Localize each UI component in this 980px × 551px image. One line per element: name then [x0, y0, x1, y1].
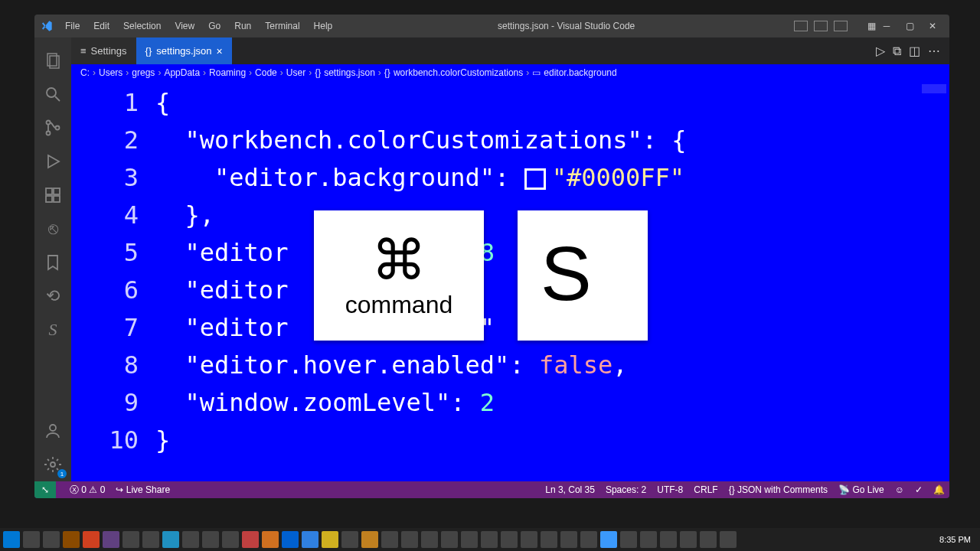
taskbar-app[interactable]: [361, 531, 378, 548]
close-tab-icon[interactable]: ×: [217, 45, 223, 57]
s-icon[interactable]: S: [34, 313, 71, 347]
cursor-position[interactable]: Ln 3, Col 35: [545, 484, 595, 495]
customize-layout-icon[interactable]: ▦: [867, 21, 876, 31]
taskbar-app[interactable]: [580, 531, 597, 548]
maximize-button[interactable]: ▢: [899, 17, 920, 35]
crumb[interactable]: Users: [99, 67, 122, 78]
source-control-icon[interactable]: [34, 111, 71, 145]
taskbar-app[interactable]: [63, 531, 80, 548]
split-editor-icon[interactable]: ◫: [909, 44, 920, 58]
taskbar-app[interactable]: [441, 531, 458, 548]
crumb[interactable]: workbench.colorCustomizations: [394, 67, 523, 78]
taskbar-app[interactable]: [700, 531, 717, 548]
tab-settings-json[interactable]: {} settings.json ×: [136, 37, 232, 64]
crumb[interactable]: C:: [80, 67, 90, 78]
problems-indicator[interactable]: ⓧ 0 ⚠ 0: [70, 484, 105, 497]
layout-controls: [794, 21, 848, 31]
run-debug-icon[interactable]: [34, 145, 71, 178]
sync-icon[interactable]: ⟲: [34, 279, 71, 313]
taskbar-app[interactable]: [521, 531, 537, 548]
taskbar-app[interactable]: [560, 531, 577, 548]
extensions-icon[interactable]: [34, 178, 71, 212]
taskbar-app[interactable]: [640, 531, 657, 548]
windows-taskbar: 8:35 PM: [0, 528, 980, 551]
taskbar-app[interactable]: [202, 531, 219, 548]
taskbar-app[interactable]: [322, 531, 338, 548]
prettier-icon[interactable]: ✓: [915, 484, 923, 495]
crumb[interactable]: AppData: [164, 67, 200, 78]
eol[interactable]: CRLF: [694, 484, 717, 495]
menu-selection[interactable]: Selection: [117, 18, 167, 34]
taskbar-app[interactable]: [501, 531, 518, 548]
close-button[interactable]: ✕: [922, 17, 943, 35]
crumb[interactable]: Roaming: [209, 67, 246, 78]
explorer-icon[interactable]: [34, 44, 71, 77]
taskbar-app[interactable]: [421, 531, 438, 548]
encoding[interactable]: UTF-8: [657, 484, 683, 495]
crumb[interactable]: gregs: [132, 67, 155, 78]
menu-help[interactable]: Help: [308, 18, 339, 34]
taskbar-app[interactable]: [461, 531, 478, 548]
taskbar-app[interactable]: [620, 531, 637, 548]
menu-run[interactable]: Run: [228, 18, 257, 34]
taskbar-vscode[interactable]: [600, 531, 617, 548]
taskbar-app[interactable]: [302, 531, 318, 548]
bookmark-icon[interactable]: [34, 246, 71, 279]
breadcrumb[interactable]: C:› Users› gregs› AppData› Roaming› Code…: [71, 64, 949, 81]
start-button[interactable]: [3, 531, 20, 548]
taskbar-app[interactable]: [381, 531, 398, 548]
taskbar-app[interactable]: [162, 531, 179, 548]
menu-edit[interactable]: Edit: [87, 18, 116, 34]
taskbar-app[interactable]: [242, 531, 259, 548]
taskbar-app[interactable]: [720, 531, 737, 548]
taskbar-app[interactable]: [222, 531, 239, 548]
crumb[interactable]: Code: [255, 67, 277, 78]
svg-point-13: [51, 462, 55, 467]
bell-icon[interactable]: 🔔: [933, 484, 945, 495]
minimize-button[interactable]: ─: [876, 17, 897, 35]
taskbar-app[interactable]: [282, 531, 299, 548]
taskbar-app[interactable]: [142, 531, 159, 548]
taskbar-app[interactable]: [660, 531, 677, 548]
taskbar-app[interactable]: [83, 531, 100, 548]
crumb[interactable]: settings.json: [324, 67, 375, 78]
run-icon[interactable]: ▷: [876, 44, 885, 58]
remote-indicator[interactable]: ⤡: [34, 481, 56, 498]
taskbar-app[interactable]: [541, 531, 557, 548]
language-mode[interactable]: {} JSON with Comments: [729, 484, 828, 495]
go-live-button[interactable]: 📡 Go Live: [838, 484, 884, 495]
taskbar-app[interactable]: [481, 531, 498, 548]
crumb[interactable]: editor.background: [544, 67, 616, 78]
menu-file[interactable]: File: [59, 18, 86, 34]
tab-bar: ≡ Settings {} settings.json × ▷ ⧉ ◫ ⋯: [71, 37, 949, 64]
taskbar-app[interactable]: [680, 531, 697, 548]
taskbar-app[interactable]: [103, 531, 119, 548]
account-icon[interactable]: [34, 414, 71, 448]
feedback-icon[interactable]: ☺: [895, 484, 904, 495]
menubar: File Edit Selection View Go Run Terminal…: [59, 18, 338, 34]
menu-go[interactable]: Go: [202, 18, 227, 34]
crumb[interactable]: User: [286, 67, 305, 78]
liveshare-button[interactable]: ↪ Live Share: [116, 484, 170, 495]
settings-gear-icon[interactable]: 1: [34, 448, 71, 481]
taskbar-app[interactable]: [341, 531, 358, 548]
menu-view[interactable]: View: [168, 18, 201, 34]
task-view-icon[interactable]: [23, 531, 40, 548]
tab-settings[interactable]: ≡ Settings: [71, 37, 136, 64]
indentation[interactable]: Spaces: 2: [606, 484, 646, 495]
taskbar-app[interactable]: [182, 531, 199, 548]
toggle-panel-bottom-icon[interactable]: [814, 21, 828, 31]
minimap[interactable]: [919, 81, 949, 481]
search-icon[interactable]: [34, 77, 71, 111]
more-actions-icon[interactable]: ⋯: [928, 44, 940, 58]
taskbar-app[interactable]: [401, 531, 418, 548]
remote-icon[interactable]: ⎋: [34, 212, 71, 246]
taskbar-clock[interactable]: 8:35 PM: [939, 535, 977, 544]
taskbar-app[interactable]: [262, 531, 279, 548]
toggle-panel-right-icon[interactable]: [834, 21, 848, 31]
toggle-panel-left-icon[interactable]: [794, 21, 808, 31]
menu-terminal[interactable]: Terminal: [259, 18, 305, 34]
taskbar-app[interactable]: [122, 531, 139, 548]
open-changes-icon[interactable]: ⧉: [893, 44, 901, 58]
taskbar-app[interactable]: [43, 531, 60, 548]
